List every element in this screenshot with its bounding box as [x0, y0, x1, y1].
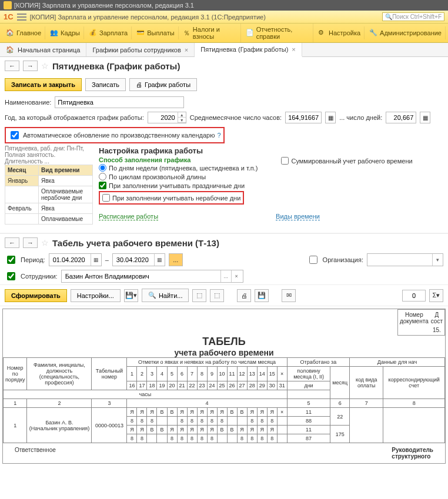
highlight-box-2: При заполнении учитывать нерабочие дни [99, 191, 244, 205]
calendar-icon[interactable]: ▦ [154, 254, 165, 266]
tab-start[interactable]: 🏠 Начальная страница [0, 43, 86, 56]
menu-vyplaty[interactable]: 💳Выплаты [133, 26, 178, 39]
money-icon: 💰 [89, 29, 97, 37]
date-to[interactable]: ▦ [112, 253, 165, 266]
spin-up-icon[interactable]: ▲ [178, 112, 186, 118]
email-button[interactable]: ✉ [282, 289, 296, 302]
highlight-box-1: Автоматическое обновление по производств… [5, 127, 225, 143]
menu-nalogi[interactable]: ％Налоги и взносы [180, 24, 241, 42]
period-picker-button[interactable]: ... [169, 253, 183, 266]
dropdown-icon[interactable]: ▾ [432, 254, 443, 266]
tab-time-types[interactable]: Виды времени [276, 213, 320, 220]
auto-update-checkbox[interactable] [11, 131, 19, 139]
report-icon: 📄 [246, 29, 254, 37]
radio-by-cycles[interactable]: По циклам произвольной длины [99, 172, 258, 181]
app-title: [КОПИЯ] Зарплата и управление персоналом… [30, 14, 379, 21]
select-icon[interactable]: ... [220, 270, 231, 282]
expand-button[interactable]: ⬚ [192, 289, 206, 302]
page2-title: Табель учета рабочего времени (Т-13) [52, 238, 219, 248]
settings-button[interactable]: Настройки... [71, 289, 121, 302]
gear-icon: ⚙ [318, 29, 326, 37]
print-button[interactable]: 🖨График работы [129, 78, 197, 91]
days-field [386, 112, 416, 123]
report-title: ТАБЕЛЬ [3, 336, 445, 348]
employee-input[interactable]: ...× [61, 270, 243, 283]
clear-icon[interactable]: × [231, 270, 242, 282]
col-month: Месяц [5, 165, 39, 176]
label-employees: Сотрудники: [21, 273, 58, 280]
hamburger-icon[interactable] [17, 14, 26, 21]
save-button[interactable]: Записать [85, 78, 126, 91]
auto-update-label: Автоматическое обновление по производств… [23, 132, 215, 139]
save-file-button[interactable]: 💾 [255, 289, 269, 302]
month-table: МесяцВид времени ЯнварьЯвка Оплачиваемые… [5, 165, 93, 225]
check-summarized[interactable]: Суммированный учет рабочего времени [281, 156, 412, 165]
window-title: [КОПИЯ] Зарплата и управление персоналом… [14, 2, 194, 9]
period-checkbox[interactable] [7, 256, 15, 264]
logo-1c: 1C [4, 12, 14, 21]
menu-reports[interactable]: 📄Отчетность, справки [242, 24, 313, 42]
generate-button[interactable]: Сформировать [5, 289, 67, 302]
year-input[interactable] [148, 113, 178, 122]
favorite-icon[interactable]: ☆ [41, 61, 49, 71]
nav-fwd[interactable]: → [23, 61, 38, 71]
page-header: ← → ☆ Пятидневка (График работы) [0, 57, 448, 75]
tab-schedules[interactable]: Графики работы сотрудников × [86, 43, 195, 56]
command-bar: 1C [КОПИЯ] Зарплата и управление персона… [0, 11, 448, 24]
wallet-icon: 💳 [136, 29, 145, 37]
people-icon: 👥 [50, 29, 58, 37]
menu-zarplata[interactable]: 💰Зарплата [85, 26, 132, 39]
favorite-icon[interactable]: ☆ [41, 238, 49, 247]
printer-icon: 🖨 [136, 81, 142, 88]
check-holidays[interactable]: При заполнении учитывать праздничные дни [99, 181, 258, 190]
menu-main[interactable]: 🏠Главное [2, 26, 45, 39]
search-placeholder: Поиск Ctrl+Shift+F [392, 14, 442, 20]
tab-schedule[interactable]: Расписание работы [99, 213, 158, 220]
calc-hours-button[interactable]: ▦ [325, 112, 336, 123]
report-area: Номер документаД сост 15. ТАБЕЛЬ учета р… [2, 309, 446, 464]
col-type: Вид времени [39, 165, 93, 176]
action-toolbar: Записать и закрыть Записать 🖨График рабо… [0, 75, 448, 95]
find-button[interactable]: 🔍 Найти... [142, 289, 189, 302]
help-icon[interactable]: ? [217, 132, 220, 139]
hours-field [285, 112, 322, 123]
org-input[interactable]: ▾ [367, 253, 443, 266]
days-input[interactable] [386, 113, 416, 122]
menu-admin[interactable]: 🔧Администрирование [366, 26, 446, 39]
menu-settings[interactable]: ⚙Настройка [315, 26, 365, 39]
radio-by-days[interactable]: По дням недели (пятидневка, шестидневка … [99, 163, 258, 172]
collapse-button[interactable]: ⬚ [210, 289, 224, 302]
org-checkbox[interactable] [309, 256, 317, 264]
page2-header: ← → ☆ Табель учета рабочего времени (Т-1… [0, 234, 448, 252]
label-org: Организация: [323, 256, 363, 263]
nav-back[interactable]: ← [5, 237, 19, 248]
calendar-icon[interactable]: ▦ [91, 254, 101, 266]
spin-down-icon[interactable]: ▼ [178, 118, 186, 123]
check-nonworking[interactable]: При заполнении учитывать нерабочие дни [102, 193, 240, 202]
save-layout-button[interactable]: 💾▾ [124, 289, 138, 302]
close-icon[interactable]: × [185, 46, 188, 53]
save-close-button[interactable]: Записать и закрыть [5, 78, 82, 91]
sig-responsible: Ответственное [15, 447, 56, 460]
print-button[interactable]: 🖨 [237, 289, 251, 302]
close-icon[interactable]: × [292, 46, 295, 53]
home-icon: 🏠 [6, 29, 14, 37]
page-title: Пятидневка (График работы) [52, 61, 180, 71]
calc-days-button[interactable]: ▦ [420, 112, 430, 123]
global-search[interactable]: 🔍 Поиск Ctrl+Shift+F [382, 12, 444, 21]
menu-kadry[interactable]: 👥Кадры [46, 26, 84, 39]
date-from[interactable]: ▦ [49, 253, 102, 266]
tab-pyatidnevka[interactable]: Пятидневка (График работы) × [195, 43, 302, 57]
nav-back[interactable]: ← [5, 61, 19, 71]
sum-button[interactable]: Σ▾ [429, 289, 443, 302]
year-spinner[interactable]: ▲▼ [148, 112, 186, 123]
tab-bar: 🏠 Начальная страница Графики работы сотр… [0, 43, 448, 57]
subsection-fill: Способ заполнения графика [99, 156, 258, 163]
title-bar: [КОПИЯ] Зарплата и управление персоналом… [0, 0, 448, 11]
emp-checkbox[interactable] [7, 272, 15, 280]
hours-input[interactable] [286, 113, 321, 122]
doc-number-box: Номер документаД сост 15. [397, 309, 445, 336]
name-input[interactable] [55, 96, 184, 108]
nav-fwd[interactable]: → [23, 237, 38, 248]
zoom-input[interactable] [402, 290, 426, 302]
